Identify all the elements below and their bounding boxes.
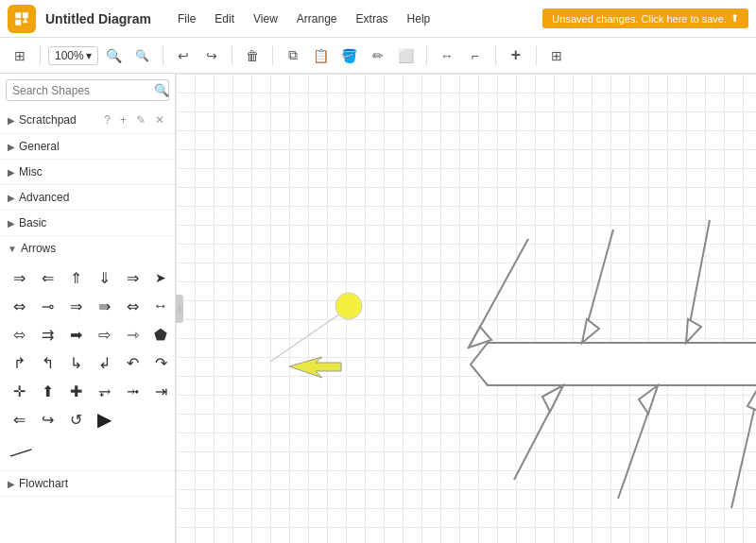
insert-button[interactable]: + [504,43,528,68]
shape-double-head[interactable]: ⬄ [6,321,32,348]
canvas-area[interactable]: ⋮ [176,74,756,543]
search-input[interactable] [12,84,154,97]
menu-edit[interactable]: Edit [207,10,242,27]
sidebar-section-header-general[interactable]: ▶ General [0,134,175,159]
diagonal-arrow-2[interactable] [582,229,613,343]
shape-turn-right[interactable]: ↳ [62,349,89,376]
shape-left-arrow[interactable]: ⇐ [34,264,60,291]
menu-file[interactable]: File [170,10,203,27]
chevron-right-icon-advanced: ▶ [8,193,15,203]
shape-curve-right[interactable]: ↱ [6,349,32,376]
line-color-button[interactable]: ✏ [366,43,390,68]
shape-up-arrow[interactable]: ⇑ [62,264,89,291]
paste-button[interactable]: 📋 [309,43,334,68]
shape-right-arrow-3[interactable]: ➤ [147,264,174,291]
shape-left-right[interactable]: ↔ [147,293,174,319]
shape-turn-left[interactable]: ↲ [91,349,117,376]
shape-right-arrow[interactable]: ⇒ [6,264,32,291]
zoom-in-button[interactable]: 🔍 [102,43,127,68]
scratchpad-help[interactable]: ? [101,112,113,127]
svg-marker-0 [478,343,756,385]
redo-button[interactable]: ↪ [199,43,224,68]
shape-fork[interactable]: ⤞ [119,378,146,404]
chevron-right-icon: ▶ [8,115,15,126]
fill-color-button[interactable]: 🪣 [337,43,362,68]
shape-down-arrow[interactable]: ⇓ [91,264,117,291]
sidebar-resize-handle[interactable]: ⋮ [176,295,183,323]
waypoint-button[interactable]: ⌐ [463,43,488,68]
upload-icon: ⬆ [730,12,739,25]
shape-striped-arrow[interactable]: ⇒ [62,293,89,319]
shadow-button[interactable]: ⬜ [394,43,419,68]
svg-marker-18 [289,357,341,378]
scratchpad-label: Scratchpad [19,113,101,127]
shape-split[interactable]: ⥅ [91,378,117,404]
shape-black-arrow[interactable]: ▶ [91,406,117,433]
sidebar-section-header-flowchart[interactable]: ▶ Flowchart [0,471,175,496]
toolbar: ⊞ 100% ▾ 🔍 🔍 ↩ ↪ 🗑 ⧉ 📋 🪣 ✏ ⬜ ↔ ⌐ + ⊞ [0,38,756,74]
title-bar: Untitled Diagram File Edit View Arrange … [0,0,756,38]
sidebar-section-header-advanced[interactable]: ▶ Advanced [0,185,175,210]
shape-four-arrow[interactable]: ⬆ [34,378,60,404]
shape-bidirectional[interactable]: ⇔ [119,293,146,319]
shape-minus-arrow[interactable]: ⊸ [34,293,60,319]
shape-double-left[interactable]: ⇐ [6,406,32,433]
zoom-display[interactable]: 100% ▾ [48,46,98,65]
diagonal-arrow-5[interactable] [514,385,563,480]
table-button[interactable]: ⊞ [544,43,569,68]
sidebar-section-advanced: ▶ Advanced [0,185,175,211]
format-panel-toggle[interactable]: ⊞ [8,43,32,68]
delete-button[interactable]: 🗑 [240,43,265,68]
undo-button[interactable]: ↩ [171,43,196,68]
general-label: General [19,140,167,153]
svg-marker-5 [582,319,599,343]
diagonal-arrow-6[interactable] [618,385,658,499]
shape-curve-left[interactable]: ↰ [34,349,60,376]
horizontal-chevron-arrow[interactable] [471,343,756,385]
diagonal-arrow-3[interactable] [686,220,710,343]
sidebar-section-header-basic[interactable]: ▶ Basic [0,211,175,235]
shape-double-arrow[interactable]: ⇔ [6,293,32,319]
menu-bar: File Edit View Arrange Extras Help [170,10,542,27]
shape-fat-arrow[interactable]: ⇛ [91,293,117,319]
zoom-out-button[interactable]: 🔍 [130,43,155,68]
sidebar-section-header-scratchpad[interactable]: ▶ Scratchpad ? + ✎ ✕ [0,107,175,133]
shape-four-way[interactable]: ✛ [6,378,32,404]
unsaved-changes-button[interactable]: Unsaved changes. Click here to save. ⬆ [542,8,748,28]
toolbar-separator-5 [426,46,427,65]
shape-circular[interactable]: ↪ [34,406,60,433]
main-area: 🔍 ▶ Scratchpad ? + ✎ ✕ ▶ General [0,74,756,543]
diagonal-arrow-7[interactable] [731,385,756,508]
advanced-label: Advanced [19,191,167,204]
shape-right-arrow-2[interactable]: ⇒ [119,264,146,291]
toolbar-separator-1 [40,46,41,65]
menu-view[interactable]: View [246,10,285,27]
copy-button[interactable]: ⧉ [281,43,305,68]
shape-right-open[interactable]: ⇾ [119,321,146,348]
shape-forward-arrow[interactable]: ↷ [147,349,174,376]
shape-cross-arrow[interactable]: ✚ [62,378,89,404]
chevron-right-icon-flowchart: ▶ [8,479,15,489]
shape-curved[interactable]: ↺ [62,406,89,433]
misc-label: Misc [19,165,167,178]
scratchpad-close[interactable]: ✕ [152,112,167,127]
search-icon: 🔍 [154,83,169,97]
connection-button[interactable]: ↔ [435,43,459,68]
menu-extras[interactable]: Extras [349,10,396,27]
diagonal-arrow-1[interactable] [469,239,528,348]
shape-right-fat[interactable]: ⇨ [91,321,117,348]
shape-right-tab[interactable]: ⇥ [147,378,174,404]
shape-pentagon[interactable]: ⬟ [147,321,174,348]
toolbar-separator-3 [232,46,232,65]
sidebar-section-header-arrows[interactable]: ▼ Arrows [0,236,175,261]
shape-back-arrow[interactable]: ↶ [119,349,146,376]
shape-diagonal[interactable]: ╱ [2,434,40,472]
menu-help[interactable]: Help [400,10,438,27]
shape-right-dbl[interactable]: ⇉ [34,321,60,348]
shape-right-bold[interactable]: ➡ [62,321,89,348]
menu-arrange[interactable]: Arrange [289,10,345,27]
sidebar-section-header-misc[interactable]: ▶ Misc [0,160,175,184]
scratchpad-edit[interactable]: ✎ [133,112,148,127]
scratchpad-add[interactable]: + [117,112,129,127]
search-box[interactable]: 🔍 [6,79,169,101]
